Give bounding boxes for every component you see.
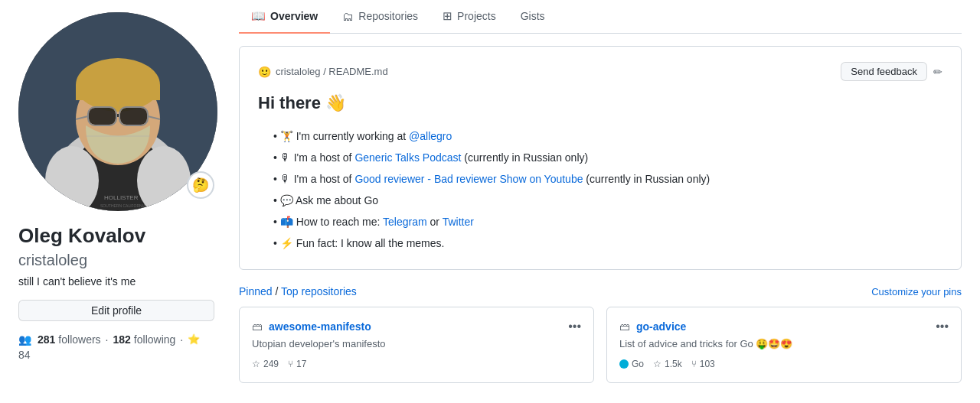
list-item: 🎙 I'm a host of Generic Talks Podcast (c… [273,147,942,168]
pinned-card-title: 🗃 awesome-manifesto [252,320,371,333]
pinned-card-awesome-manifesto: 🗃 awesome-manifesto ••• Utopian develope… [239,307,594,383]
readme-card: 🙂 cristaloleg / README.md Send feedback … [239,46,962,270]
forks-value: 17 [296,359,306,369]
svg-rect-7 [76,85,160,100]
following-link[interactable]: 182 [113,333,131,346]
repo-name-awesome-manifesto[interactable]: awesome-manifesto [269,320,371,333]
top-repos-link[interactable]: Top repositories [281,285,357,297]
star-icon-stat-2: ☆ [653,359,662,369]
repo-icon-2: 🗃 [619,320,630,333]
list-item: ⚡ Fun fact: I know all the memes. [273,232,942,254]
profile-name: Oleg Kovalov [18,223,214,249]
tab-overview-label: Overview [270,10,318,22]
good-reviewer-link[interactable]: Good reviewer - Bad reviewer Show on You… [354,173,583,185]
readme-header: 🙂 cristaloleg / README.md Send feedback … [258,62,942,81]
avatar-wrap: HOLLISTER SOUTHERN CALIFORNIA 🤔 [18,12,217,211]
readme-list: 🏋 I'm currently working at @allegro 🎙 I'… [258,125,942,254]
twitter-link[interactable]: Twitter [443,216,474,228]
fork-icon: ⑂ [288,359,293,369]
stars-value: 249 [263,359,279,369]
main-content: 📖 Overview 🗂 Repositories ⊞ Projects Gis… [227,0,980,383]
followers-link[interactable]: 281 [38,333,55,346]
svg-text:SOUTHERN CALIFORNIA: SOUTHERN CALIFORNIA [100,203,146,208]
star-icon-stat: ☆ [252,359,260,369]
pinned-card-go-advice: 🗃 go-advice ••• List of advice and trick… [606,307,962,383]
stars-stat: ☆ 249 [252,359,279,369]
projects-tab-icon: ⊞ [443,9,452,23]
pinned-card-title-2: 🗃 go-advice [619,320,686,333]
tab-repositories[interactable]: 🗂 Repositories [330,0,430,34]
readme-path-text: cristaloleg / README.md [276,66,388,77]
profile-bio: still I can't believe it's me [18,275,214,288]
stars-stat-2: ☆ 1.5k [653,359,682,369]
list-item: 💬 Ask me about Go [273,190,942,211]
readme-actions: Send feedback ✏ [841,62,942,81]
sidebar: HOLLISTER SOUTHERN CALIFORNIA 🤔 Oleg Kov… [0,0,227,383]
tab-gists-label: Gists [521,10,545,22]
forks-stat-2: ⑂ 103 [691,359,715,369]
lang-color-dot [619,359,629,369]
list-item: 🎙 I'm a host of Good reviewer - Bad revi… [273,168,942,190]
repo-menu-button-2[interactable]: ••• [936,320,949,333]
tab-projects[interactable]: ⊞ Projects [430,0,508,34]
nav-tabs: 📖 Overview 🗂 Repositories ⊞ Projects Gis… [239,0,962,34]
readme-path: 🙂 cristaloleg / README.md [258,66,388,78]
edit-pencil-icon[interactable]: ✏ [933,66,942,78]
people-icon: 👥 [18,333,31,346]
repo-tab-icon: 🗂 [342,10,354,23]
repo-stats-2: Go ☆ 1.5k ⑂ 103 [619,359,949,369]
tab-overview[interactable]: 📖 Overview [239,0,330,34]
svg-rect-9 [120,108,147,125]
fork-icon-2: ⑂ [691,359,697,369]
stars-count: 84 [18,349,31,361]
svg-rect-8 [89,108,116,125]
separator-dot-2: · [180,333,183,346]
repo-menu-button[interactable]: ••• [568,320,581,333]
repo-icon: 🗃 [252,320,263,333]
avatar-emoji-badge: 🤔 [187,171,214,199]
pinned-card-header-2: 🗃 go-advice ••• [619,320,949,333]
customize-pins-link[interactable]: Customize your pins [871,286,962,297]
edit-profile-button[interactable]: Edit profile [18,300,214,321]
profile-username: cristaloleg [18,252,214,269]
following-count: 182 [113,333,131,346]
follow-stats: 👥 281 followers · 182 following · ⭐ 84 [18,333,214,361]
pinned-title: Pinned / Top repositories [239,285,357,297]
repo-name-go-advice[interactable]: go-advice [636,320,686,333]
forks-stat: ⑂ 17 [288,359,306,369]
repo-desc: Utopian developer's manifesto [252,338,581,349]
send-feedback-button[interactable]: Send feedback [841,62,927,81]
repo-stats: ☆ 249 ⑂ 17 [252,359,581,369]
smiley-icon: 🙂 [258,66,271,78]
separator-dot: · [106,333,109,346]
pinned-grid: 🗃 awesome-manifesto ••• Utopian develope… [239,307,962,383]
lang-stat: Go [619,359,644,369]
pinned-header: Pinned / Top repositories Customize your… [239,285,962,297]
repo-desc-2: List of advice and tricks for Go 🤑🤩😍 [619,338,949,349]
book-icon: 📖 [251,9,266,23]
stars-value-2: 1.5k [665,359,682,369]
following-label: following [134,333,175,346]
list-item: 🏋 I'm currently working at @allegro [273,125,942,147]
generic-talks-link[interactable]: Generic Talks Podcast [354,151,461,164]
allegro-link[interactable]: @allegro [409,130,452,142]
forks-value-2: 103 [700,359,715,369]
followers-count: 281 [38,333,55,346]
tab-projects-label: Projects [457,10,496,22]
list-item: 📫 How to reach me: Telegram or Twitter [273,211,942,232]
pinned-card-header: 🗃 awesome-manifesto ••• [252,320,581,333]
tab-gists[interactable]: Gists [508,0,557,34]
star-icon: ⭐ [188,333,200,345]
svg-text:HOLLISTER: HOLLISTER [104,194,139,201]
pinned-section: Pinned / Top repositories Customize your… [239,285,962,383]
readme-title: Hi there 👋 [258,93,942,113]
followers-label: followers [58,333,100,346]
tab-repositories-label: Repositories [358,10,418,22]
telegram-link[interactable]: Telegram [383,216,427,228]
lang-label: Go [632,359,644,369]
